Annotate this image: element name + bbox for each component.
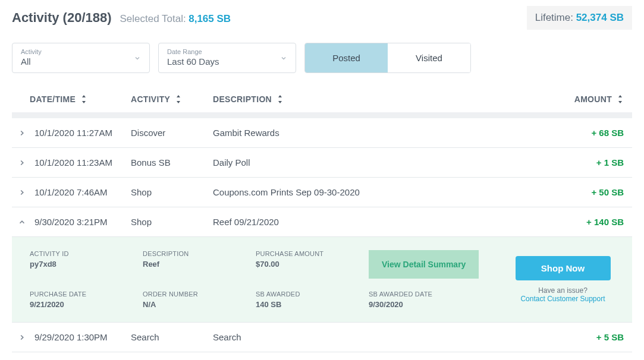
cell-activity: Shop	[131, 187, 213, 197]
date-range-select-label: Date Range	[167, 48, 287, 55]
lifetime-label: Lifetime:	[535, 12, 573, 23]
cell-datetime: 10/1/2020 11:23AM	[30, 157, 131, 168]
detail-sb-awarded-label: SB AWARDED	[256, 290, 369, 298]
col-amount[interactable]: AMOUNT	[558, 94, 624, 104]
page-title: Activity (20/188)	[12, 10, 112, 26]
contact-support-link[interactable]: Contact Customer Support	[520, 295, 605, 303]
detail-description: DESCRIPTION Reef	[143, 250, 256, 279]
col-activity[interactable]: ACTIVITY	[131, 94, 213, 104]
filters: Activity All Date Range Last 60 Days Pos…	[0, 33, 644, 86]
expand-toggle[interactable]	[18, 159, 30, 167]
detail-summary-cell: View Detail Summary	[369, 250, 511, 279]
tabs: Posted Visited	[304, 43, 471, 73]
view-detail-summary-button[interactable]: View Detail Summary	[369, 250, 479, 279]
shop-now-button[interactable]: Shop Now	[516, 256, 611, 280]
selected-total-value: 8,165 SB	[189, 13, 231, 24]
tab-posted[interactable]: Posted	[305, 43, 388, 72]
sort-icon	[175, 95, 182, 103]
detail-purchase-date-label: PURCHASE DATE	[30, 290, 143, 298]
detail-activity-id-label: ACTIVITY ID	[30, 250, 143, 257]
row-detail: ACTIVITY ID py7xd8 DESCRIPTION Reef PURC…	[12, 237, 632, 323]
expand-toggle[interactable]	[18, 333, 30, 342]
cell-description: Daily Poll	[213, 157, 552, 168]
collapse-toggle[interactable]	[18, 218, 30, 226]
cell-datetime: 9/30/2020 3:21PM	[30, 217, 131, 227]
cell-amount: + 1 SB	[552, 157, 624, 168]
col-amount-label: AMOUNT	[574, 94, 612, 104]
table-head: DATE/TIME ACTIVITY DESCRIPTION AMOUNT	[0, 86, 644, 112]
detail-activity-id: ACTIVITY ID py7xd8	[30, 250, 143, 279]
detail-purchase-date-value: 9/21/2020	[30, 300, 143, 309]
detail-purchase-date: PURCHASE DATE 9/21/2020	[30, 290, 143, 309]
detail-purchase-amount-value: $70.00	[256, 260, 369, 269]
cell-activity: Shop	[131, 217, 213, 227]
detail-description-value: Reef	[143, 260, 256, 269]
tab-visited[interactable]: Visited	[388, 43, 470, 72]
date-range-select-value: Last 60 Days	[167, 56, 287, 67]
col-description[interactable]: DESCRIPTION	[213, 94, 558, 104]
cell-amount: + 5 SB	[552, 332, 624, 342]
table-row[interactable]: 10/1/2020 11:23AM Bonus SB Daily Poll + …	[12, 148, 632, 178]
col-activity-label: ACTIVITY	[131, 94, 170, 104]
cell-datetime: 10/1/2020 11:27AM	[30, 128, 131, 138]
detail-purchase-amount: PURCHASE AMOUNT $70.00	[256, 250, 369, 279]
cell-description: Coupons.com Prints Sep 09-30-2020	[213, 187, 552, 197]
cell-amount: + 50 SB	[552, 187, 624, 197]
lifetime-value: 52,374 SB	[576, 12, 624, 23]
col-datetime[interactable]: DATE/TIME	[30, 94, 131, 104]
detail-activity-id-value: py7xd8	[30, 260, 143, 269]
topbar: Activity (20/188) Selected Total: 8,165 …	[0, 0, 644, 33]
cell-activity: Bonus SB	[131, 157, 213, 168]
table-row[interactable]: 10/1/2020 7:46AM Shop Coupons.com Prints…	[12, 178, 632, 207]
sort-icon	[277, 95, 284, 103]
col-datetime-label: DATE/TIME	[30, 94, 76, 104]
date-range-select[interactable]: Date Range Last 60 Days	[158, 43, 296, 73]
detail-sb-awarded: SB AWARDED 140 SB	[256, 290, 369, 309]
sort-icon	[617, 95, 624, 103]
activity-select[interactable]: Activity All	[12, 43, 150, 73]
cell-activity: Discover	[131, 128, 213, 138]
chevron-right-icon	[18, 188, 26, 197]
topbar-left: Activity (20/188) Selected Total: 8,165 …	[12, 10, 231, 26]
chevron-down-icon	[134, 55, 141, 62]
lifetime-box: Lifetime: 52,374 SB	[527, 6, 632, 30]
spacer-bar	[12, 112, 632, 118]
detail-sb-awarded-date-label: SB AWARDED DATE	[369, 290, 511, 298]
issue-label: Have an issue?	[538, 286, 588, 295]
selected-total-label: Selected Total:	[120, 13, 186, 24]
sort-icon	[80, 95, 87, 103]
detail-order-number-label: ORDER NUMBER	[143, 290, 256, 298]
issue-block: Have an issue? Contact Customer Support	[520, 286, 605, 303]
cell-description: Reef 09/21/2020	[213, 217, 552, 227]
table-row[interactable]: 9/29/2020 1:30PM Search Search + 5 SB	[12, 323, 632, 352]
chevron-right-icon	[18, 129, 26, 137]
cell-datetime: 9/29/2020 1:30PM	[30, 332, 131, 342]
table-row[interactable]: 9/30/2020 3:21PM Shop Reef 09/21/2020 + …	[12, 207, 632, 237]
detail-description-label: DESCRIPTION	[143, 250, 256, 257]
cell-datetime: 10/1/2020 7:46AM	[30, 187, 131, 197]
chevron-right-icon	[18, 159, 26, 167]
detail-sb-awarded-value: 140 SB	[256, 300, 369, 309]
detail-actions: Shop Now Have an issue? Contact Customer…	[511, 250, 614, 309]
expand-toggle[interactable]	[18, 188, 30, 197]
table-row[interactable]: 10/1/2020 11:27AM Discover Gambit Reward…	[12, 118, 632, 148]
chevron-down-icon	[280, 55, 287, 62]
cell-amount: + 68 SB	[552, 128, 624, 138]
activity-select-label: Activity	[21, 48, 141, 55]
chevron-right-icon	[18, 333, 26, 342]
cell-activity: Search	[131, 332, 213, 342]
table-rows: 10/1/2020 11:27AM Discover Gambit Reward…	[0, 118, 644, 352]
detail-sb-awarded-date-value: 9/30/2020	[369, 300, 511, 309]
cell-description: Search	[213, 332, 552, 342]
cell-amount: + 140 SB	[552, 217, 624, 227]
activity-select-value: All	[21, 56, 141, 67]
cell-description: Gambit Rewards	[213, 128, 552, 138]
chevron-up-icon	[18, 218, 26, 226]
selected-total: Selected Total: 8,165 SB	[120, 13, 231, 25]
detail-purchase-amount-label: PURCHASE AMOUNT	[256, 250, 369, 257]
detail-order-number: ORDER NUMBER N/A	[143, 290, 256, 309]
detail-sb-awarded-date: SB AWARDED DATE 9/30/2020	[369, 290, 511, 309]
expand-toggle[interactable]	[18, 129, 30, 137]
detail-order-number-value: N/A	[143, 300, 256, 309]
col-description-label: DESCRIPTION	[213, 94, 272, 104]
